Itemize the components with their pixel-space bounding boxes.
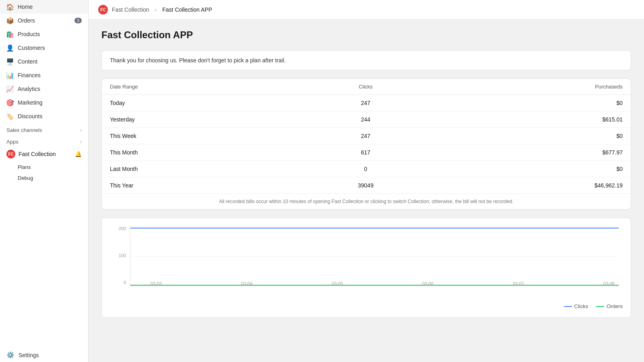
cell-date-range: This Week bbox=[102, 128, 296, 144]
cell-clicks: 39049 bbox=[296, 177, 436, 194]
apps-label: Apps bbox=[6, 139, 19, 145]
stats-table-card: Date RangeClicksPurchaseds Today 247 $0 … bbox=[101, 78, 631, 210]
sidebar-item-orders[interactable]: 📦 Orders 3 bbox=[0, 14, 88, 27]
cell-date-range: This Month bbox=[102, 144, 296, 161]
cell-purchaseds: $46,962.19 bbox=[436, 177, 631, 194]
cell-date-range: Last Month bbox=[102, 161, 296, 177]
chevron-right-icon: › bbox=[80, 128, 82, 133]
cell-date-range: Today bbox=[102, 95, 296, 111]
nav-icon-products: 🛍️ bbox=[6, 31, 14, 38]
sidebar-item-home[interactable]: 🏠 Home bbox=[0, 0, 88, 14]
pin-icon[interactable]: 🔔 bbox=[75, 151, 82, 157]
cell-clicks: 244 bbox=[296, 111, 436, 128]
apps-section[interactable]: Apps › bbox=[0, 135, 88, 146]
chart-area: 200 100 0 bbox=[110, 226, 623, 298]
settings-item[interactable]: ⚙️ Settings bbox=[0, 348, 88, 362]
y-label-100: 100 bbox=[110, 253, 126, 258]
nav-icon-analytics: 📈 bbox=[6, 85, 14, 93]
legend-clicks: Clicks bbox=[564, 303, 588, 309]
sidebar-item-fast-collection[interactable]: FC Fast Collection 🔔 bbox=[0, 146, 88, 162]
sidebar: 🏠 Home 📦 Orders 3 🛍️ Products 👤 Customer… bbox=[0, 0, 89, 362]
stats-tbody: Today 247 $0 Yesterday 244 $615.01 This … bbox=[102, 95, 631, 194]
nav-icon-discounts: 🏷️ bbox=[6, 113, 14, 120]
cell-clicks: 0 bbox=[296, 161, 436, 177]
table-row: This Week 247 $0 bbox=[102, 128, 631, 144]
sidebar-sub-item-plans[interactable]: Plans bbox=[0, 162, 88, 173]
sidebar-sub-item-debug[interactable]: Debug bbox=[0, 173, 88, 183]
cell-purchaseds: $615.01 bbox=[436, 111, 631, 128]
clicks-legend-line bbox=[564, 306, 572, 307]
cell-purchaseds: $677.97 bbox=[436, 144, 631, 161]
chart-x-labels: 03-03 03-04 03-05 03-06 03-07 03-08 bbox=[151, 281, 615, 286]
x-label-0303: 03-03 bbox=[151, 281, 162, 286]
x-label-0306: 03-06 bbox=[422, 281, 433, 286]
breadcrumb-separator: › bbox=[155, 6, 157, 13]
orders-legend-line bbox=[596, 306, 604, 307]
cell-clicks: 247 bbox=[296, 128, 436, 144]
nav-label: Home bbox=[18, 4, 33, 10]
chart-legend: Clicks Orders bbox=[110, 303, 623, 309]
cell-purchaseds: $0 bbox=[436, 95, 631, 111]
nav-icon-marketing: 🎯 bbox=[6, 99, 14, 106]
badge: 3 bbox=[74, 18, 82, 23]
table-row: Yesterday 244 $615.01 bbox=[102, 111, 631, 128]
nav-icon-finances: 📊 bbox=[6, 72, 14, 79]
y-label-200: 200 bbox=[110, 226, 126, 231]
nav-label: Customers bbox=[18, 45, 45, 51]
cell-purchaseds: $0 bbox=[436, 128, 631, 144]
notice-text: Thank you for choosing us. Please don't … bbox=[110, 57, 286, 64]
nav-icon-content: 🖥️ bbox=[6, 58, 14, 65]
legend-orders: Orders bbox=[596, 303, 623, 309]
breadcrumb-parent: Fast Collection bbox=[112, 6, 149, 13]
table-footer-note: All recorded bills occur within 10 minut… bbox=[102, 193, 631, 209]
nav-label: Discounts bbox=[18, 113, 42, 119]
nav-label: Marketing bbox=[18, 99, 42, 106]
table-row: This Year 39049 $46,962.19 bbox=[102, 177, 631, 194]
cell-clicks: 247 bbox=[296, 95, 436, 111]
clicks-legend-label: Clicks bbox=[574, 303, 588, 309]
fast-collection-label: Fast Collection bbox=[19, 151, 56, 157]
orders-legend-label: Orders bbox=[607, 303, 623, 309]
col-header-purchaseds: Purchaseds bbox=[436, 79, 631, 95]
settings-label: Settings bbox=[19, 352, 39, 358]
settings-icon: ⚙️ bbox=[6, 351, 14, 359]
sales-channels-label: Sales channels bbox=[6, 127, 42, 133]
col-header-daterange: Date Range bbox=[102, 79, 296, 95]
top-bar-app-logo: FC bbox=[98, 5, 108, 14]
nav-label: Finances bbox=[18, 72, 41, 78]
nav-icon-customers: 👤 bbox=[6, 44, 14, 51]
col-header-clicks: Clicks bbox=[296, 79, 436, 95]
nav-icon-orders: 📦 bbox=[6, 17, 14, 24]
chart-y-labels: 200 100 0 bbox=[110, 226, 126, 286]
nav-label: Orders bbox=[18, 17, 35, 24]
cell-clicks: 617 bbox=[296, 144, 436, 161]
table-row: Last Month 0 $0 bbox=[102, 161, 631, 177]
sidebar-item-finances[interactable]: 📊 Finances bbox=[0, 68, 88, 82]
sidebar-item-analytics[interactable]: 📈 Analytics bbox=[0, 82, 88, 96]
sidebar-item-discounts[interactable]: 🏷️ Discounts bbox=[0, 109, 88, 123]
table-row: Today 247 $0 bbox=[102, 95, 631, 111]
chart-plot: 03-03 03-04 03-05 03-06 03-07 03-08 bbox=[130, 226, 619, 286]
sidebar-item-marketing[interactable]: 🎯 Marketing bbox=[0, 96, 88, 109]
nav-label: Analytics bbox=[18, 86, 40, 92]
chart-card: 200 100 0 bbox=[101, 218, 631, 318]
page-content: Fast Collection APP Thank you for choosi… bbox=[89, 20, 644, 327]
sidebar-item-customers[interactable]: 👤 Customers bbox=[0, 41, 88, 55]
sidebar-item-products[interactable]: 🛍️ Products bbox=[0, 27, 88, 41]
page-title: Fast Collection APP bbox=[101, 29, 631, 41]
chevron-right-icon-apps: › bbox=[80, 139, 82, 145]
main-content: FC Fast Collection › Fast Collection APP… bbox=[89, 0, 644, 362]
x-label-0304: 03-04 bbox=[241, 281, 252, 286]
sales-channels-section[interactable]: Sales channels › bbox=[0, 123, 88, 135]
cell-purchaseds: $0 bbox=[436, 161, 631, 177]
breadcrumb-current: Fast Collection APP bbox=[162, 6, 212, 13]
x-label-0305: 03-05 bbox=[332, 281, 343, 286]
sidebar-item-content[interactable]: 🖥️ Content bbox=[0, 55, 88, 68]
nav-label: Products bbox=[18, 31, 40, 37]
table-row: This Month 617 $677.97 bbox=[102, 144, 631, 161]
nav-items: 🏠 Home 📦 Orders 3 🛍️ Products 👤 Customer… bbox=[0, 0, 88, 123]
cell-date-range: This Year bbox=[102, 177, 296, 194]
cell-date-range: Yesterday bbox=[102, 111, 296, 128]
top-bar: FC Fast Collection › Fast Collection APP bbox=[89, 0, 644, 20]
fast-collection-app-icon: FC bbox=[6, 150, 15, 158]
